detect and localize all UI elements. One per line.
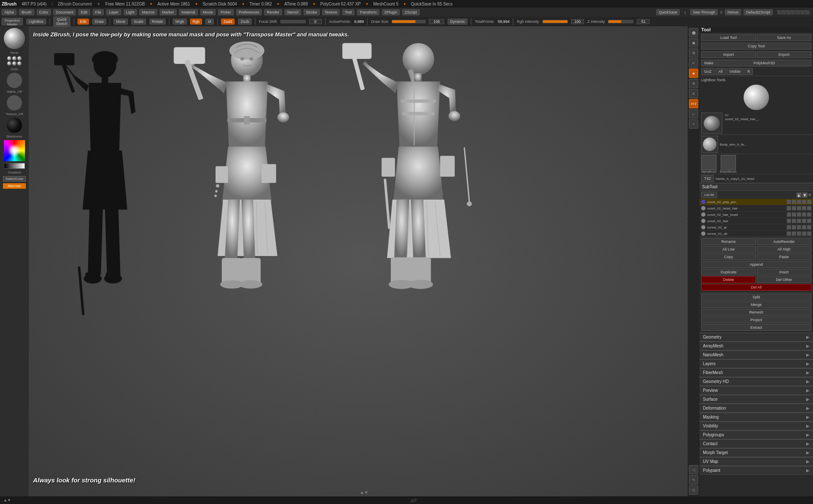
lightbox-btn[interactable]: LightBox <box>26 19 46 25</box>
zsub-btn[interactable]: Zsub <box>238 19 252 25</box>
lock-icon-3[interactable] <box>792 219 796 223</box>
section-header-surface[interactable]: Surface▶ <box>700 395 813 404</box>
active-icon-btn[interactable]: ◈ <box>689 69 698 78</box>
rgb-intensity-value[interactable]: 100 <box>571 19 584 24</box>
menu-file[interactable]: File <box>93 9 104 15</box>
section-header-polypaint[interactable]: Polypaint▶ <box>700 466 813 475</box>
section-header-fibermesh[interactable]: FiberMesh▶ <box>700 368 813 377</box>
quick-sketch-btn[interactable]: QuickSketch <box>53 17 70 27</box>
subtool-item-3[interactable]: uvset_02_hair <box>700 218 813 224</box>
menu-stencil[interactable]: Stencil <box>285 9 301 15</box>
section-header-geometry[interactable]: Geometry▶ <box>700 333 813 342</box>
spf-icon-btn[interactable]: ◼ <box>689 38 698 47</box>
sph-icon-btn[interactable]: ⬤ <box>689 28 698 37</box>
vis-icon-5[interactable] <box>797 231 801 236</box>
merge-btn[interactable]: Merge <box>701 301 811 308</box>
eye-icon-2[interactable] <box>787 212 791 217</box>
subtool-item-0[interactable]: uvset_02_poly_per... <box>700 199 813 205</box>
focal-shift-slider[interactable] <box>280 20 306 23</box>
save-as-btn[interactable]: Save As <box>757 34 811 41</box>
vis-icon-2[interactable] <box>797 212 801 217</box>
mrgb-btn[interactable]: Mrgb <box>173 19 187 25</box>
edit-btn[interactable]: Edit <box>77 19 89 25</box>
eraser-brush-item[interactable]: EraserBrush <box>720 155 736 173</box>
move-btn[interactable]: Move <box>113 19 128 25</box>
append-btn[interactable]: Append <box>701 261 811 268</box>
subtool-item-1[interactable]: uvset_02_head_hair <box>700 205 813 212</box>
all-low-btn[interactable]: All Low <box>701 246 756 253</box>
col-icon-4[interactable] <box>802 225 806 229</box>
default-zscript-btn[interactable]: DefaultZScript <box>744 9 773 15</box>
menu-render[interactable]: Render <box>264 9 282 15</box>
lock-icon-4[interactable] <box>792 225 796 229</box>
load-tool-btn[interactable]: Load Tool <box>701 34 756 41</box>
insert-btn[interactable]: Insert <box>757 269 811 275</box>
menu-picker[interactable]: Picker <box>218 9 234 15</box>
texture-sphere[interactable] <box>7 95 22 110</box>
switch-color-btn[interactable]: SwitchColor <box>3 176 26 182</box>
section-header-arraymesh[interactable]: ArrayMesh▶ <box>700 342 813 350</box>
delete-btn[interactable]: Delete <box>701 276 756 283</box>
import-btn[interactable]: Import <box>701 51 756 58</box>
aa-icon-btn[interactable]: A <box>689 89 698 98</box>
col-icon-5[interactable] <box>802 231 806 236</box>
alternate-btn[interactable]: Alternate <box>3 183 26 189</box>
tool-sphere-preview[interactable] <box>744 85 769 110</box>
z-intensity-value[interactable]: 51 <box>637 19 650 24</box>
zoom-icon-btn[interactable]: ⊕ <box>689 79 698 88</box>
menu-tool[interactable]: Tool <box>342 9 354 15</box>
subtool-item-4[interactable]: svrest_02_at <box>700 224 813 231</box>
menu-transform[interactable]: Transform <box>357 9 379 15</box>
dynamic-btn[interactable]: Dynamic <box>448 19 467 25</box>
menu-stroke[interactable]: Stroke <box>304 9 320 15</box>
focal-shift-value[interactable]: 0 <box>309 19 322 24</box>
goz-btn[interactable]: GoZ <box>701 68 715 75</box>
rotate-btn[interactable]: Rotate <box>149 19 166 25</box>
subtool-arrow-up[interactable]: ▲ <box>796 193 802 198</box>
all-btn[interactable]: All <box>716 68 726 75</box>
projection-master-btn[interactable]: ProjectionMaster <box>2 18 23 25</box>
section-header-layers[interactable]: Layers▶ <box>700 359 813 368</box>
menu-texture[interactable]: Texture <box>322 9 340 15</box>
project-btn[interactable]: Project <box>701 317 811 323</box>
see-through-btn[interactable]: See-Through <box>690 9 718 15</box>
rgb-intensity-slider[interactable] <box>542 20 568 23</box>
eye-icon-0[interactable] <box>787 200 791 204</box>
subtool-item-2[interactable]: uvset_02_hair_braid <box>700 212 813 218</box>
ref-icon-4[interactable] <box>807 225 811 229</box>
section-header-visibility[interactable]: Visibility▶ <box>700 421 813 430</box>
subtool-arrow-dn[interactable]: ▼ <box>802 193 807 198</box>
make-btn[interactable]: Make <box>701 60 716 66</box>
section-header-contact[interactable]: Contact▶ <box>700 439 813 448</box>
copy-tool-btn[interactable]: Copy Tool <box>701 43 811 50</box>
visible-btn[interactable]: Visible <box>727 68 744 75</box>
ref-icon-5[interactable] <box>807 231 811 236</box>
lock-icon-0[interactable] <box>792 200 796 204</box>
eye-icon-1[interactable] <box>787 206 791 210</box>
extract-btn[interactable]: Extract <box>701 324 811 331</box>
menu-light[interactable]: Light <box>124 9 137 15</box>
z-intensity-slider[interactable] <box>608 20 633 23</box>
r-btn[interactable]: R <box>744 68 753 75</box>
remesh-btn[interactable]: Remesh <box>701 309 811 316</box>
section-header-morph-target[interactable]: Morph Target▶ <box>700 448 813 457</box>
floor-icon-btn[interactable]: ⊞ <box>689 48 698 58</box>
section-header-masking[interactable]: Masking▶ <box>700 413 813 421</box>
blackness-sphere[interactable] <box>7 118 22 133</box>
draw-btn[interactable]: Draw <box>92 19 106 25</box>
col-icon-0[interactable] <box>802 200 806 204</box>
eye-icon-4[interactable] <box>787 225 791 229</box>
menu-zscript[interactable]: ZScript <box>402 9 420 15</box>
col-icon-2[interactable] <box>802 212 806 217</box>
eye-icon-5[interactable] <box>787 231 791 236</box>
col-icon-3[interactable] <box>802 219 806 223</box>
polymesh3d-btn[interactable]: PolyMesh3D <box>717 60 811 66</box>
menu-preferences[interactable]: Preferences <box>236 9 262 15</box>
copy-btn[interactable]: Copy <box>701 253 756 260</box>
color-swatch[interactable] <box>4 140 25 161</box>
side-icon-btn[interactable]: ◁ <box>689 465 698 474</box>
l-icon-btn[interactable]: L <box>689 109 698 118</box>
quick-save-btn[interactable]: QuickSave <box>656 9 680 15</box>
vis-icon-4[interactable] <box>797 225 801 229</box>
col-icon-1[interactable] <box>802 206 806 210</box>
